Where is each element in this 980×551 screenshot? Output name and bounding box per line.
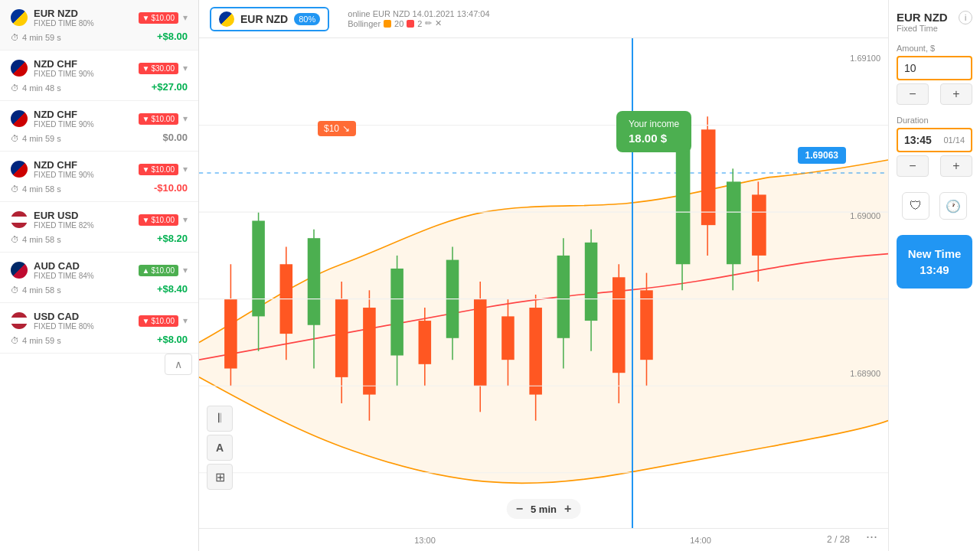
pair-type: FIXED TIME 90% bbox=[34, 120, 94, 129]
clock-icon: ⏱ bbox=[11, 184, 19, 194]
svg-rect-30 bbox=[612, 277, 626, 373]
pair-name: NZD CHF bbox=[34, 109, 94, 120]
pair-type: FIXED TIME 80% bbox=[34, 19, 94, 28]
stake-badge: ▼ $10.00 bbox=[139, 164, 179, 175]
profit-value: +$27.00 bbox=[152, 81, 188, 93]
flag-icon-audcad bbox=[11, 262, 28, 279]
flag-icon-eurusd bbox=[11, 211, 28, 228]
right-panel: EUR NZD Fixed Time i Amount, $ − + Durat… bbox=[888, 0, 980, 551]
shield-icon-button[interactable]: 🛡 bbox=[902, 192, 929, 220]
chevron-down-icon[interactable]: ▾ bbox=[183, 63, 188, 73]
time-text: 4 min 59 s bbox=[22, 33, 61, 42]
amount-decrease-button[interactable]: − bbox=[897, 83, 929, 105]
pair-selector-name: EUR NZD bbox=[240, 13, 288, 25]
svg-rect-8 bbox=[308, 238, 321, 325]
amount-increase-button[interactable]: + bbox=[940, 83, 972, 105]
svg-rect-16 bbox=[419, 321, 432, 364]
new-time-label: New Time bbox=[897, 246, 972, 262]
chevron-down-icon[interactable]: ▾ bbox=[183, 12, 188, 23]
sidebar-item[interactable]: NZD CHF FIXED TIME 90% ▼ $10.00 ▾ ⏱ 4 mi… bbox=[0, 101, 198, 152]
info-icon[interactable]: i bbox=[959, 11, 972, 24]
svg-rect-28 bbox=[585, 243, 598, 321]
time-label-1300: 13:00 bbox=[414, 536, 436, 545]
flag-icon-usdcad bbox=[11, 312, 28, 329]
pair-type: FIXED TIME 80% bbox=[34, 322, 94, 331]
clock-icon: ⏱ bbox=[11, 33, 19, 42]
svg-rect-34 bbox=[676, 139, 691, 265]
new-time-button[interactable]: New Time 13:49 bbox=[897, 235, 972, 289]
timeframe-decrease-button[interactable]: − bbox=[516, 502, 523, 516]
amount-input[interactable] bbox=[897, 56, 972, 80]
time-text: 4 min 59 s bbox=[22, 134, 61, 143]
chevron-down-icon[interactable]: ▾ bbox=[183, 315, 188, 326]
sidebar-item[interactable]: NZD CHF FIXED TIME 90% ▼ $10.00 ▾ ⏱ 4 mi… bbox=[0, 152, 198, 202]
income-value: 18.00 $ bbox=[629, 132, 679, 145]
profit-value: +$8.00 bbox=[157, 334, 188, 345]
candlestick-chart bbox=[199, 38, 888, 551]
clock-icon: ⏱ bbox=[11, 134, 19, 143]
svg-rect-40 bbox=[752, 194, 766, 255]
profit-value: +$8.40 bbox=[157, 283, 188, 295]
time-axis: 13:00 14:00 bbox=[199, 528, 888, 551]
pair-name: NZD CHF bbox=[34, 58, 94, 70]
layout-tool-button[interactable]: ⊞ bbox=[207, 464, 233, 490]
rp-pair-title: EUR NZD bbox=[897, 11, 948, 24]
clock-icon: ⏱ bbox=[11, 83, 19, 93]
chevron-down-icon[interactable]: ▾ bbox=[183, 113, 188, 124]
scroll-up-button[interactable]: ∧ bbox=[165, 354, 192, 375]
svg-rect-4 bbox=[252, 220, 265, 316]
svg-rect-38 bbox=[727, 181, 741, 264]
sidebar-item[interactable]: EUR NZD FIXED TIME 80% ▼ $10.00 ▾ ⏱ 4 mi… bbox=[0, 0, 198, 51]
svg-rect-10 bbox=[335, 299, 348, 377]
new-time-value: 13:49 bbox=[897, 262, 972, 278]
svg-rect-2 bbox=[224, 299, 237, 369]
chart-online-info: online EUR NZD 14.01.2021 13:47:04 bbox=[348, 9, 877, 18]
stake-arrow-icon: ↘ bbox=[342, 123, 350, 134]
duration-date: 01/14 bbox=[943, 135, 965, 145]
sidebar-item[interactable]: USD CAD FIXED TIME 80% ▼ $10.00 ▾ ⏱ 4 mi… bbox=[0, 303, 198, 354]
close-bollinger-icon[interactable]: ✕ bbox=[435, 18, 442, 28]
main-chart-area: EUR NZD 80% online EUR NZD 14.01.2021 13… bbox=[199, 0, 888, 551]
duration-label: Duration bbox=[897, 116, 972, 125]
profit-value: -$10.00 bbox=[154, 182, 188, 194]
pair-selector-pct: 80% bbox=[294, 13, 320, 25]
pair-selector[interactable]: EUR NZD 80% bbox=[210, 7, 329, 31]
svg-rect-14 bbox=[390, 269, 403, 356]
chevron-down-icon[interactable]: ▾ bbox=[183, 214, 188, 225]
pair-type: FIXED TIME 90% bbox=[34, 70, 94, 78]
sidebar-item[interactable]: AUD CAD FIXED TIME 84% ▲ $10.00 ▾ ⏱ 4 mi… bbox=[0, 253, 198, 303]
flag-icon-nzdchf bbox=[11, 60, 28, 77]
stake-badge: ▲ $10.00 bbox=[139, 265, 179, 276]
candle-tool-button[interactable]: 𝄃 bbox=[207, 406, 233, 432]
sidebar-item[interactable]: EUR USD FIXED TIME 82% ▼ $10.00 ▾ ⏱ 4 mi… bbox=[0, 202, 198, 253]
pair-name: NZD CHF bbox=[34, 159, 94, 171]
chart-tools: 𝄃 A ⊞ bbox=[207, 406, 233, 490]
chevron-down-icon[interactable]: ▾ bbox=[183, 265, 188, 276]
more-options-button[interactable]: ··· bbox=[866, 529, 877, 545]
svg-rect-24 bbox=[529, 308, 542, 395]
duration-decrease-button[interactable]: − bbox=[897, 155, 929, 177]
edit-icon[interactable]: ✏ bbox=[425, 18, 432, 28]
pair-type: FIXED TIME 82% bbox=[34, 221, 94, 230]
timeframe-increase-button[interactable]: + bbox=[564, 502, 571, 516]
stake-badge: ▼ $10.00 bbox=[139, 113, 179, 125]
stake-badge: ▼ $10.00 bbox=[139, 12, 179, 24]
amount-label: Amount, $ bbox=[897, 44, 972, 53]
flag-icon-nzdchf3 bbox=[11, 161, 28, 178]
chart-body[interactable]: $10 ↘ Your income 18.00 $ 1.69063 1.6910… bbox=[199, 38, 888, 551]
profit-value: +$8.00 bbox=[157, 31, 188, 42]
timeframe-control: − 5 min + bbox=[507, 499, 581, 519]
current-price-bubble: 1.69063 bbox=[798, 147, 846, 164]
income-tooltip: Your income 18.00 $ bbox=[616, 111, 691, 152]
income-label: Your income bbox=[629, 119, 679, 129]
sidebar-item[interactable]: NZD CHF FIXED TIME 90% ▼ $30.00 ▾ ⏱ 4 mi… bbox=[0, 51, 198, 101]
duration-increase-button[interactable]: + bbox=[940, 155, 972, 177]
time-text: 4 min 58 s bbox=[22, 184, 61, 194]
chevron-down-icon[interactable]: ▾ bbox=[183, 164, 188, 174]
pair-name: AUD CAD bbox=[34, 260, 94, 272]
text-tool-button[interactable]: A bbox=[207, 435, 233, 461]
rp-subtitle: Fixed Time bbox=[897, 24, 948, 33]
flag-icon-eurnzd bbox=[11, 9, 28, 26]
clock-icon-button[interactable]: 🕐 bbox=[939, 192, 967, 220]
bollinger-tag: Bollinger 20 2 ✏ ✕ bbox=[348, 18, 877, 28]
